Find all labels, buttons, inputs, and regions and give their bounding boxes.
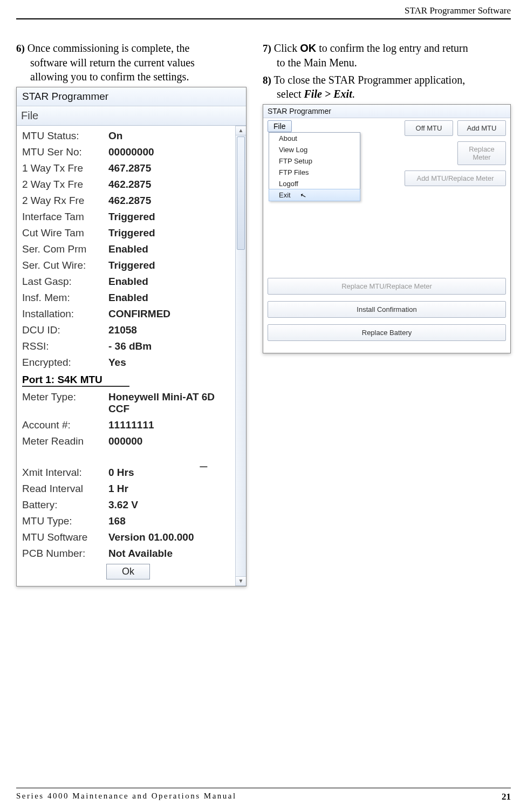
step-8-l2: select File > Exit.: [263, 87, 511, 101]
add-mtu-replace-meter-button[interactable]: Add MTU/Replace Meter: [405, 170, 506, 186]
menu-view-log[interactable]: View Log: [269, 144, 360, 155]
page-number: 21: [502, 791, 511, 802]
row-installation: Installation:CONFIRMED: [22, 306, 234, 322]
row-interface-tam: Interface TamTriggered: [22, 209, 234, 225]
step-6-l2: software will return the current values: [16, 56, 247, 70]
win1-content: MTU Status:On MTU Ser No:00000000 1 Way …: [17, 126, 235, 586]
right-column: 7) Click OK to confirm the log entry and…: [263, 41, 511, 586]
step-7-num: 7): [263, 43, 271, 54]
row-rssi: RSSI:- 36 dBm: [22, 338, 234, 354]
row-last-gasp: Last Gasp:Enabled: [22, 274, 234, 290]
scroll-thumb[interactable]: [237, 137, 245, 250]
menu-exit[interactable]: Exit ↖: [269, 189, 360, 201]
step-6: 6) Once commissioning is complete, the s…: [16, 41, 247, 84]
row-ser-cutwire: Ser. Cut Wire:Triggered: [22, 257, 234, 274]
step-7-l2: to the Main Menu.: [263, 56, 511, 70]
win2-title: STAR Programmer: [263, 105, 510, 118]
step-8-num: 8): [263, 74, 271, 86]
row-battery: Battery:3.62 V: [22, 497, 234, 513]
row-mtu-software: MTU SoftwareVersion 01.00.000: [22, 529, 234, 545]
port1-header: Port 1: S4K MTU: [22, 374, 129, 387]
replace-mtu-replace-meter-button[interactable]: Replace MTU/Replace Meter: [268, 278, 506, 295]
menu-ftp-files[interactable]: FTP Files: [269, 167, 360, 178]
add-mtu-button[interactable]: Add MTU: [457, 120, 506, 136]
win2-menubar-row: File About View Log FTP Setup FTP Files …: [268, 120, 506, 192]
row-insf-mem: Insf. Mem:Enabled: [22, 290, 234, 306]
row-2way-rx: 2 Way Rx Fre462.2875: [22, 193, 234, 209]
row-meter-type: Meter Type:Honeywell Mini-AT 6D CCF: [22, 389, 234, 417]
left-column: 6) Once commissioning is complete, the s…: [16, 41, 247, 586]
footer-left: Series 4000 Maintenance and Operations M…: [16, 791, 237, 802]
step-8-file-exit: File > Exit: [304, 88, 352, 100]
menu-about[interactable]: About: [269, 133, 360, 144]
step-6-num: 6): [16, 43, 25, 54]
content-columns: 6) Once commissioning is complete, the s…: [16, 41, 511, 586]
win1-title: STAR Programmer: [17, 87, 246, 106]
row-encrypted: Encrypted:Yes: [22, 354, 234, 371]
file-dropdown: About View Log FTP Setup FTP Files Logof…: [269, 132, 360, 201]
win2-body: File About View Log FTP Setup FTP Files …: [263, 118, 510, 353]
step-7-ok: OK: [300, 42, 316, 54]
blank-dash-line: _: [22, 449, 234, 465]
step-7-c: to confirm the log entry and return: [316, 42, 468, 54]
row-2way-tx: 2 Way Tx Fre462.2875: [22, 176, 234, 193]
ok-button-wrap: Ok: [22, 562, 234, 583]
row-1way-tx: 1 Way Tx Fre467.2875: [22, 160, 234, 176]
win2-lower-buttons: Replace MTU/Replace Meter Install Confir…: [268, 192, 506, 341]
row-mtu-status: MTU Status:On: [22, 128, 234, 144]
menu-ftp-setup[interactable]: FTP Setup: [269, 155, 360, 167]
step-6-l1: Once commissioning is complete, the: [28, 42, 190, 54]
header-right: STAR Programmer Software: [405, 5, 511, 16]
replace-battery-button[interactable]: Replace Battery: [268, 324, 506, 341]
win1-body: MTU Status:On MTU Ser No:00000000 1 Way …: [17, 126, 246, 586]
page-footer: Series 4000 Maintenance and Operations M…: [16, 788, 511, 802]
dash-mark: _: [200, 453, 207, 468]
scroll-down-icon[interactable]: ▼: [236, 576, 246, 586]
step-8-a: To close the STAR Programmer application…: [273, 74, 465, 86]
row-account: Account #:11111111: [22, 417, 234, 433]
win2-file-menu[interactable]: File: [268, 120, 292, 132]
row-read-interval: Read Interval1 Hr: [22, 481, 234, 497]
install-confirmation-button[interactable]: Install Confirmation: [268, 301, 506, 318]
step-7: 7) Click OK to confirm the log entry and…: [263, 41, 511, 70]
step-6-l3: allowing you to confirm the settings.: [16, 70, 247, 84]
screenshot-values-window: STAR Programmer File MTU Status:On MTU S…: [16, 87, 247, 586]
ok-button[interactable]: Ok: [106, 564, 150, 579]
menu-logoff[interactable]: Logoff: [269, 178, 360, 189]
win1-scrollbar[interactable]: ▲ ▼: [235, 126, 246, 586]
page-header: STAR Programmer Software: [16, 0, 511, 19]
screenshot-file-exit-window: STAR Programmer File About View Log FTP …: [263, 104, 511, 353]
cursor-icon: ↖: [299, 191, 307, 200]
row-cutwire-tam: Cut Wire TamTriggered: [22, 225, 234, 241]
replace-meter-button[interactable]: Replace Meter: [457, 141, 506, 165]
off-mtu-button[interactable]: Off MTU: [405, 120, 453, 136]
step-8: 8) To close the STAR Programmer applicat…: [263, 73, 511, 101]
row-mtu-ser-no: MTU Ser No:00000000: [22, 144, 234, 160]
row-ser-com-prm: Ser. Com PrmEnabled: [22, 241, 234, 257]
step-7-a: Click: [274, 42, 300, 54]
row-pcb-number: PCB Number:Not Available: [22, 545, 234, 562]
scroll-track[interactable]: [236, 135, 246, 576]
win1-file-menu[interactable]: File: [21, 110, 38, 121]
win1-menubar: File: [17, 106, 246, 126]
scroll-up-icon[interactable]: ▲: [236, 126, 246, 135]
row-mtu-type: MTU Type:168: [22, 513, 234, 529]
row-meter-readin: Meter Readin000000: [22, 433, 234, 449]
row-dcu-id: DCU ID:21058: [22, 322, 234, 338]
